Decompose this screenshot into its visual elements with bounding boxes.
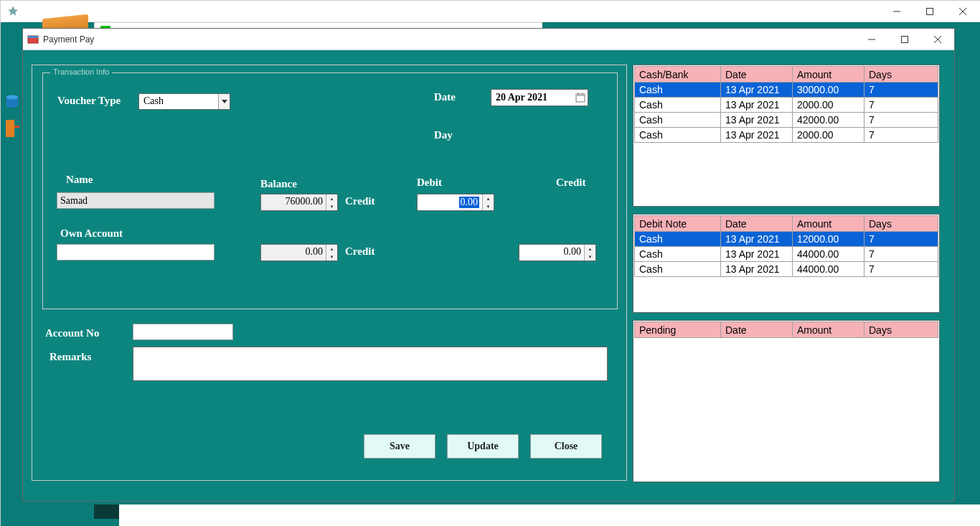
- database-icon[interactable]: [4, 94, 21, 110]
- close-button[interactable]: Close: [530, 434, 602, 459]
- table-cell: 7: [864, 98, 938, 113]
- spinner-buttons[interactable]: ▲▼: [584, 245, 595, 260]
- account-no-label: Account No: [45, 327, 99, 339]
- own-credit-label: Credit: [345, 245, 374, 258]
- table-row[interactable]: Cash13 Apr 20212000.007: [635, 128, 938, 143]
- pending-header-3[interactable]: Days: [864, 322, 938, 338]
- table-cell: 2000.00: [793, 128, 864, 143]
- cashbank-header-0[interactable]: Cash/Bank: [635, 67, 721, 83]
- dropdown-arrow-icon: [218, 94, 230, 109]
- transaction-info-fieldset: Transaction Info Voucher Type Cash Date …: [42, 72, 618, 309]
- cashbank-header-2[interactable]: Amount: [793, 67, 864, 83]
- app-icon: [6, 5, 19, 18]
- own-balance-value: 0.00: [261, 245, 326, 260]
- pending-grid[interactable]: Pending Date Amount Days: [633, 320, 940, 482]
- date-value: 20 Apr 2021: [491, 90, 573, 105]
- dialog-icon: [27, 34, 39, 45]
- dialog-maximize-button[interactable]: [888, 29, 921, 50]
- table-row[interactable]: Cash13 Apr 202130000.007: [635, 83, 938, 98]
- table-cell: 13 Apr 2021: [721, 113, 793, 128]
- credit-spinner[interactable]: 0.00 ▲▼: [519, 244, 596, 261]
- table-cell: 7: [864, 262, 938, 277]
- bottom-bar-white: [119, 504, 980, 526]
- svg-point-4: [6, 95, 19, 99]
- mdi-client-area: Items Person Order Godown Payment Bank R…: [1, 22, 980, 526]
- own-balance-spinner[interactable]: 0.00 ▲▼: [260, 244, 338, 261]
- date-label: Date: [434, 91, 456, 103]
- own-account-field[interactable]: [57, 244, 215, 260]
- debitnote-header-0[interactable]: Debit Note: [635, 216, 721, 232]
- cashbank-header-1[interactable]: Date: [721, 67, 793, 83]
- table-cell: Cash: [635, 128, 721, 143]
- balance-spinner[interactable]: 76000.00 ▲▼: [260, 194, 338, 211]
- table-cell: 13 Apr 2021: [721, 247, 793, 262]
- table-cell: Cash: [635, 113, 721, 128]
- bottom-bar-dark: [94, 504, 123, 519]
- debit-label: Debit: [417, 177, 442, 189]
- balance-label: Balance: [260, 178, 297, 190]
- remarks-field[interactable]: [133, 347, 608, 381]
- own-account-label: Own Account: [60, 227, 123, 240]
- dialog-minimize-button[interactable]: [855, 29, 888, 50]
- table-row[interactable]: Cash13 Apr 202142000.007: [635, 113, 938, 128]
- dialog-close-button[interactable]: [921, 29, 954, 50]
- outer-maximize-button[interactable]: [913, 1, 946, 22]
- account-no-field[interactable]: [133, 324, 233, 340]
- table-row[interactable]: Cash13 Apr 202144000.007: [635, 247, 938, 262]
- cashbank-table: Cash/Bank Date Amount Days Cash13 Apr 20…: [634, 66, 938, 143]
- table-cell: 12000.00: [793, 232, 864, 247]
- table-cell: 13 Apr 2021: [721, 83, 793, 98]
- dialog-body: Transaction Info Voucher Type Cash Date …: [23, 50, 954, 501]
- date-picker[interactable]: 20 Apr 2021: [491, 89, 588, 106]
- balance-value: 76000.00: [261, 194, 326, 210]
- balance-credit-label: Credit: [345, 195, 374, 207]
- svg-rect-8: [28, 36, 38, 38]
- pending-table: Pending Date Amount Days: [634, 321, 938, 338]
- table-cell: Cash: [635, 98, 721, 113]
- table-row[interactable]: Cash13 Apr 202112000.007: [635, 232, 938, 247]
- svg-rect-14: [576, 94, 585, 96]
- debitnote-header-2[interactable]: Amount: [793, 216, 864, 232]
- debitnote-grid[interactable]: Debit Note Date Amount Days Cash13 Apr 2…: [633, 214, 940, 313]
- outer-window-controls: [880, 1, 979, 22]
- table-row[interactable]: Cash13 Apr 20212000.007: [635, 98, 938, 113]
- pending-header-1[interactable]: Date: [721, 322, 793, 338]
- payment-pay-dialog: Payment Pay Transaction Info Voucher Typ…: [22, 28, 955, 502]
- save-button[interactable]: Save: [364, 434, 435, 459]
- cashbank-header-3[interactable]: Days: [864, 67, 938, 83]
- table-cell: Cash: [635, 232, 721, 247]
- table-cell: 13 Apr 2021: [721, 128, 793, 143]
- table-cell: Cash: [635, 83, 721, 98]
- cashbank-grid[interactable]: Cash/Bank Date Amount Days Cash13 Apr 20…: [633, 65, 940, 207]
- debit-spinner[interactable]: 0.00 ▲▼: [417, 194, 494, 211]
- table-cell: Cash: [635, 262, 721, 277]
- credit-value: 0.00: [519, 245, 584, 260]
- debitnote-header-3[interactable]: Days: [864, 216, 938, 232]
- day-label: Day: [434, 129, 453, 141]
- svg-rect-10: [902, 37, 908, 43]
- name-field[interactable]: [57, 192, 215, 209]
- spinner-buttons[interactable]: ▲▼: [326, 194, 337, 210]
- outer-close-button[interactable]: [946, 1, 979, 22]
- outer-minimize-button[interactable]: [880, 1, 913, 22]
- table-cell: 13 Apr 2021: [721, 232, 793, 247]
- pending-header-2[interactable]: Amount: [793, 322, 864, 338]
- table-row[interactable]: Cash13 Apr 202144000.007: [635, 262, 938, 277]
- table-cell: 44000.00: [793, 262, 864, 277]
- exit-icon[interactable]: [4, 118, 21, 138]
- outer-titlebar: [1, 1, 980, 22]
- debitnote-header-1[interactable]: Date: [721, 216, 793, 232]
- table-cell: 7: [864, 83, 938, 98]
- pending-header-0[interactable]: Pending: [635, 322, 721, 338]
- table-cell: 2000.00: [793, 98, 864, 113]
- spinner-buttons[interactable]: ▲▼: [482, 194, 494, 210]
- svg-rect-5: [6, 120, 14, 137]
- svg-rect-6: [14, 126, 19, 128]
- voucher-type-value: Cash: [139, 94, 218, 109]
- update-button[interactable]: Update: [447, 434, 519, 459]
- left-panel: Transaction Info Voucher Type Cash Date …: [32, 65, 627, 481]
- debit-value: 0.00: [459, 197, 480, 208]
- spinner-buttons[interactable]: ▲▼: [326, 245, 337, 260]
- voucher-type-combo[interactable]: Cash: [138, 93, 230, 110]
- table-cell: 13 Apr 2021: [721, 98, 793, 113]
